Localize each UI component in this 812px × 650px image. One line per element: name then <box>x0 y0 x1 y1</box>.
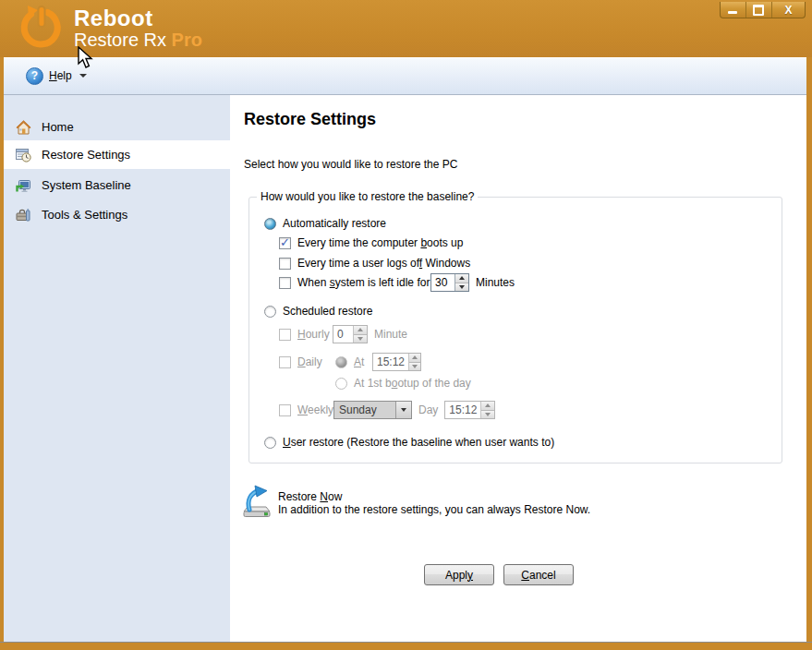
close-button[interactable]: X <box>772 2 805 18</box>
checkbox-weekly[interactable]: Weekly <box>279 403 333 416</box>
checkbox-icon <box>279 258 291 270</box>
menu-bar: ? Help <box>4 57 806 95</box>
spin-up-button[interactable] <box>409 354 420 362</box>
daily-time-spinner[interactable]: 15:12 <box>372 353 421 371</box>
checkbox-label: Weekly <box>297 403 333 416</box>
radio-label: Scheduled restore <box>283 305 372 318</box>
radio-first-bootup[interactable]: At 1st bootup of the day <box>335 377 471 390</box>
spin-up-button[interactable] <box>481 402 494 410</box>
idle-minutes-row: 30 Minutes <box>430 273 515 292</box>
spinner-value: 15:12 <box>445 402 480 418</box>
radio-automatically-restore[interactable]: Automatically restore <box>264 217 386 230</box>
minimize-button[interactable] <box>721 2 746 18</box>
checkbox-icon <box>279 404 291 416</box>
sidebar-item-tools-settings[interactable]: Tools & Settings <box>4 200 230 229</box>
maximize-icon <box>753 5 764 16</box>
content-area: Home Restore Settings <box>4 95 806 642</box>
sidebar: Home Restore Settings <box>4 95 230 642</box>
chevron-down-icon <box>401 408 406 412</box>
checkbox-idle[interactable]: When system is left idle for <box>279 276 430 289</box>
sidebar-item-label: Home <box>42 120 74 134</box>
chevron-down-icon <box>79 74 87 78</box>
sidebar-item-label: Restore Settings <box>42 148 130 162</box>
home-icon <box>16 120 31 135</box>
idle-minutes-spinner[interactable]: 30 <box>430 273 469 292</box>
logo-pro-badge: Pro <box>172 30 202 50</box>
radio-user-restore[interactable]: User restore (Restore the baseline when … <box>264 436 554 449</box>
help-menu[interactable]: ? Help <box>18 65 94 87</box>
sidebar-item-label: Tools & Settings <box>42 208 127 222</box>
checkbox-label: Every time a user logs off Windows <box>297 257 470 270</box>
checkbox-label: Every time the computer boots up <box>297 236 463 249</box>
sidebar-item-system-baseline[interactable]: System Baseline <box>4 171 230 199</box>
checkbox-label: Hourly <box>297 328 330 341</box>
hourly-unit-label: Minute <box>374 328 407 341</box>
power-restore-icon <box>18 5 65 51</box>
app-window: Reboot Restore Rx Pro X ? Help <box>0 0 812 650</box>
spinner-value: 15:12 <box>373 354 408 370</box>
spinner-value: 30 <box>431 274 454 291</box>
cancel-button-label: Cancel <box>521 569 555 582</box>
spinner-value: 0 <box>333 326 353 343</box>
checkbox-icon <box>279 237 291 249</box>
app-logo-text: Reboot Restore Rx Pro <box>74 7 202 49</box>
radio-label: At <box>354 355 364 368</box>
radio-icon <box>264 218 276 230</box>
checkbox-boot-up[interactable]: Every time the computer boots up <box>279 236 463 249</box>
apply-button[interactable]: Apply <box>424 564 494 585</box>
system-baseline-icon <box>16 178 31 193</box>
weekly-time-spinner[interactable]: 15:12 <box>444 401 495 419</box>
spin-down-button[interactable] <box>455 283 468 292</box>
window-bottom-border <box>0 643 812 650</box>
dropdown-value: Sunday <box>334 402 395 418</box>
checkbox-daily[interactable]: Daily <box>279 355 322 368</box>
sidebar-item-label: System Baseline <box>42 178 131 192</box>
restore-now-link[interactable]: Restore Now <box>278 490 342 503</box>
spin-up-button[interactable] <box>455 274 468 283</box>
checkbox-icon <box>279 356 291 368</box>
radio-scheduled-restore[interactable]: Scheduled restore <box>264 305 372 318</box>
help-menu-label: Help <box>49 69 72 82</box>
maximize-button[interactable] <box>746 2 772 18</box>
main-panel: Restore Settings Select how you would li… <box>230 95 806 642</box>
weekly-day-dropdown[interactable]: Sunday <box>333 401 412 419</box>
groupbox-legend: How would you like to restore the baseli… <box>257 190 478 203</box>
sidebar-item-home[interactable]: Home <box>4 113 230 141</box>
spin-down-button[interactable] <box>409 362 420 371</box>
hourly-minute-row: 0 Minute <box>333 325 407 343</box>
radio-label: At 1st bootup of the day <box>354 377 471 390</box>
restore-now-icon-wrap[interactable] <box>242 485 273 521</box>
restore-now-drive-icon <box>242 485 273 518</box>
title-bar: Reboot Restore Rx Pro X <box>0 0 812 57</box>
spin-down-button[interactable] <box>354 334 367 343</box>
weekly-row: Sunday Day 15:12 <box>333 401 495 419</box>
checkbox-label: Daily <box>297 355 322 368</box>
radio-icon <box>335 378 347 390</box>
apply-button-label: Apply <box>445 569 473 582</box>
cancel-button[interactable]: Cancel <box>503 564 574 585</box>
sidebar-item-restore-settings[interactable]: Restore Settings <box>4 140 230 169</box>
logo-subtitle: Restore Rx Pro <box>74 30 202 49</box>
checkbox-hourly[interactable]: Hourly <box>279 328 330 341</box>
weekly-day-label: Day <box>418 403 438 416</box>
minimize-icon <box>728 11 737 14</box>
checkbox-label: When system is left idle for <box>297 276 430 289</box>
daily-time-row: 15:12 <box>372 353 421 371</box>
spin-down-button[interactable] <box>481 410 494 419</box>
window-controls: X <box>720 2 806 18</box>
help-icon: ? <box>26 67 43 85</box>
page-title: Restore Settings <box>244 110 376 129</box>
tools-settings-icon <box>16 208 31 223</box>
spin-up-button[interactable] <box>354 326 367 334</box>
radio-label: Automatically restore <box>283 217 386 230</box>
logo-title: Reboot <box>74 7 202 30</box>
radio-daily-at[interactable]: At <box>335 355 364 368</box>
dropdown-button[interactable] <box>395 402 411 418</box>
checkbox-icon <box>279 329 291 341</box>
app-logo: Reboot Restore Rx Pro <box>18 5 202 51</box>
radio-label: User restore (Restore the baseline when … <box>283 436 554 449</box>
radio-icon <box>264 306 276 318</box>
checkbox-logoff[interactable]: Every time a user logs off Windows <box>279 257 470 270</box>
hourly-minute-spinner[interactable]: 0 <box>333 325 368 343</box>
restore-options-groupbox: How would you like to restore the baseli… <box>248 197 782 463</box>
